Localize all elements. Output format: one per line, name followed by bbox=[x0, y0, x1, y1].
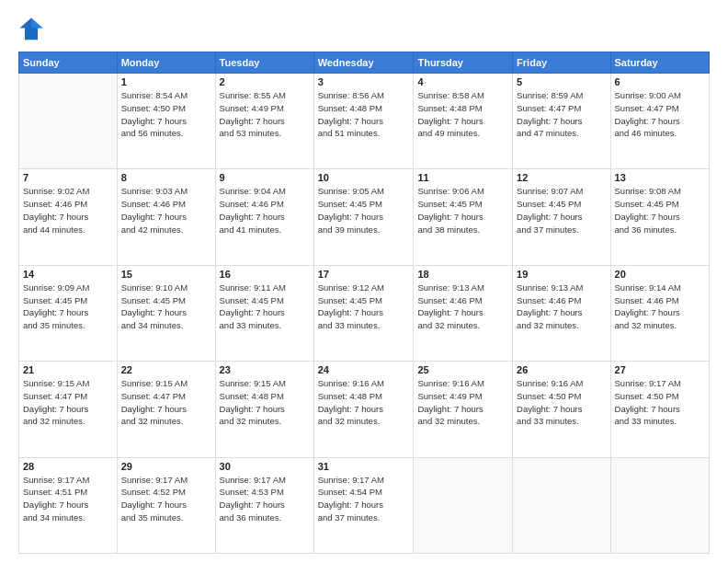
page: SundayMondayTuesdayWednesdayThursdayFrid… bbox=[0, 0, 728, 563]
day-detail: Sunrise: 8:55 AMSunset: 4:49 PMDaylight:… bbox=[220, 89, 310, 140]
day-number: 4 bbox=[417, 76, 508, 87]
day-detail: Sunrise: 9:13 AMSunset: 4:46 PMDaylight:… bbox=[417, 282, 508, 332]
calendar-cell bbox=[610, 457, 709, 553]
day-detail: Sunrise: 9:07 AMSunset: 4:45 PMDaylight:… bbox=[517, 185, 606, 236]
calendar-cell: 30Sunrise: 9:17 AMSunset: 4:53 PMDayligh… bbox=[215, 457, 313, 553]
day-number: 31 bbox=[318, 461, 410, 472]
weekday-header: Friday bbox=[513, 52, 610, 74]
day-number: 20 bbox=[615, 269, 705, 280]
day-detail: Sunrise: 9:13 AMSunset: 4:46 PMDaylight:… bbox=[517, 282, 606, 332]
calendar-cell: 28Sunrise: 9:17 AMSunset: 4:51 PMDayligh… bbox=[19, 457, 118, 553]
day-detail: Sunrise: 8:54 AMSunset: 4:50 PMDaylight:… bbox=[121, 89, 211, 140]
calendar-cell: 26Sunrise: 9:16 AMSunset: 4:50 PMDayligh… bbox=[513, 362, 610, 457]
day-number: 1 bbox=[121, 76, 211, 87]
calendar-cell: 24Sunrise: 9:16 AMSunset: 4:48 PMDayligh… bbox=[313, 362, 414, 457]
day-number: 15 bbox=[121, 269, 211, 280]
calendar-cell: 9Sunrise: 9:04 AMSunset: 4:46 PMDaylight… bbox=[215, 169, 313, 265]
calendar-cell: 29Sunrise: 9:17 AMSunset: 4:52 PMDayligh… bbox=[117, 457, 215, 553]
calendar-cell: 4Sunrise: 8:58 AMSunset: 4:48 PMDaylight… bbox=[414, 74, 513, 169]
day-number: 16 bbox=[220, 269, 310, 280]
day-detail: Sunrise: 9:06 AMSunset: 4:45 PMDaylight:… bbox=[417, 185, 508, 236]
calendar-cell: 5Sunrise: 8:59 AMSunset: 4:47 PMDaylight… bbox=[513, 74, 610, 169]
calendar-cell: 20Sunrise: 9:14 AMSunset: 4:46 PMDayligh… bbox=[610, 265, 709, 361]
calendar-cell: 14Sunrise: 9:09 AMSunset: 4:45 PMDayligh… bbox=[19, 265, 118, 361]
calendar-cell: 25Sunrise: 9:16 AMSunset: 4:49 PMDayligh… bbox=[414, 362, 513, 457]
day-detail: Sunrise: 9:17 AMSunset: 4:50 PMDaylight:… bbox=[615, 377, 705, 428]
day-detail: Sunrise: 9:16 AMSunset: 4:48 PMDaylight:… bbox=[318, 377, 410, 428]
weekday-header: Tuesday bbox=[215, 52, 313, 74]
day-detail: Sunrise: 9:12 AMSunset: 4:45 PMDaylight:… bbox=[318, 282, 410, 332]
calendar-cell: 11Sunrise: 9:06 AMSunset: 4:45 PMDayligh… bbox=[414, 169, 513, 265]
day-detail: Sunrise: 9:11 AMSunset: 4:45 PMDaylight:… bbox=[220, 282, 310, 332]
day-number: 7 bbox=[23, 172, 113, 183]
day-number: 29 bbox=[121, 461, 211, 472]
day-number: 9 bbox=[220, 172, 310, 183]
day-number: 25 bbox=[417, 364, 508, 375]
day-number: 28 bbox=[23, 461, 113, 472]
day-number: 30 bbox=[220, 461, 310, 472]
calendar-cell bbox=[414, 457, 513, 553]
calendar-cell: 6Sunrise: 9:00 AMSunset: 4:47 PMDaylight… bbox=[610, 74, 709, 169]
weekday-header: Wednesday bbox=[313, 52, 414, 74]
day-number: 5 bbox=[517, 76, 606, 87]
day-number: 19 bbox=[517, 269, 606, 280]
day-detail: Sunrise: 9:16 AMSunset: 4:49 PMDaylight:… bbox=[417, 377, 508, 428]
logo bbox=[18, 17, 48, 42]
day-number: 17 bbox=[318, 269, 410, 280]
day-detail: Sunrise: 9:17 AMSunset: 4:52 PMDaylight:… bbox=[121, 474, 211, 524]
day-detail: Sunrise: 9:16 AMSunset: 4:50 PMDaylight:… bbox=[517, 377, 606, 428]
day-detail: Sunrise: 9:00 AMSunset: 4:47 PMDaylight:… bbox=[615, 89, 705, 140]
day-number: 10 bbox=[318, 172, 410, 183]
calendar-cell: 27Sunrise: 9:17 AMSunset: 4:50 PMDayligh… bbox=[610, 362, 709, 457]
day-number: 18 bbox=[417, 269, 508, 280]
header bbox=[18, 17, 710, 42]
day-detail: Sunrise: 9:17 AMSunset: 4:51 PMDaylight:… bbox=[23, 474, 113, 524]
day-detail: Sunrise: 9:02 AMSunset: 4:46 PMDaylight:… bbox=[23, 185, 113, 236]
calendar-cell: 22Sunrise: 9:15 AMSunset: 4:47 PMDayligh… bbox=[117, 362, 215, 457]
day-number: 26 bbox=[517, 364, 606, 375]
day-detail: Sunrise: 9:14 AMSunset: 4:46 PMDaylight:… bbox=[615, 282, 705, 332]
day-detail: Sunrise: 9:15 AMSunset: 4:48 PMDaylight:… bbox=[220, 377, 310, 428]
day-number: 27 bbox=[615, 364, 705, 375]
day-number: 14 bbox=[23, 269, 113, 280]
calendar-cell: 12Sunrise: 9:07 AMSunset: 4:45 PMDayligh… bbox=[513, 169, 610, 265]
calendar-cell bbox=[19, 74, 118, 169]
calendar-cell: 15Sunrise: 9:10 AMSunset: 4:45 PMDayligh… bbox=[117, 265, 215, 361]
calendar-cell: 3Sunrise: 8:56 AMSunset: 4:48 PMDaylight… bbox=[313, 74, 414, 169]
day-detail: Sunrise: 8:56 AMSunset: 4:48 PMDaylight:… bbox=[318, 89, 410, 140]
calendar-cell: 23Sunrise: 9:15 AMSunset: 4:48 PMDayligh… bbox=[215, 362, 313, 457]
weekday-header: Sunday bbox=[19, 52, 118, 74]
day-detail: Sunrise: 9:08 AMSunset: 4:45 PMDaylight:… bbox=[615, 185, 705, 236]
calendar-cell: 18Sunrise: 9:13 AMSunset: 4:46 PMDayligh… bbox=[414, 265, 513, 361]
calendar-cell: 17Sunrise: 9:12 AMSunset: 4:45 PMDayligh… bbox=[313, 265, 414, 361]
calendar-cell: 13Sunrise: 9:08 AMSunset: 4:45 PMDayligh… bbox=[610, 169, 709, 265]
day-number: 3 bbox=[318, 76, 410, 87]
calendar-cell: 1Sunrise: 8:54 AMSunset: 4:50 PMDaylight… bbox=[117, 74, 215, 169]
calendar-table: SundayMondayTuesdayWednesdayThursdayFrid… bbox=[18, 52, 710, 554]
day-detail: Sunrise: 9:15 AMSunset: 4:47 PMDaylight:… bbox=[23, 377, 113, 428]
day-number: 2 bbox=[220, 76, 310, 87]
weekday-header: Saturday bbox=[610, 52, 709, 74]
day-detail: Sunrise: 9:17 AMSunset: 4:54 PMDaylight:… bbox=[318, 474, 410, 524]
day-number: 8 bbox=[121, 172, 211, 183]
day-number: 22 bbox=[121, 364, 211, 375]
weekday-header: Thursday bbox=[414, 52, 513, 74]
weekday-header: Monday bbox=[117, 52, 215, 74]
day-number: 12 bbox=[517, 172, 606, 183]
day-number: 21 bbox=[23, 364, 113, 375]
logo-icon bbox=[18, 17, 44, 42]
calendar-cell: 7Sunrise: 9:02 AMSunset: 4:46 PMDaylight… bbox=[19, 169, 118, 265]
day-detail: Sunrise: 9:09 AMSunset: 4:45 PMDaylight:… bbox=[23, 282, 113, 332]
calendar-cell: 19Sunrise: 9:13 AMSunset: 4:46 PMDayligh… bbox=[513, 265, 610, 361]
day-detail: Sunrise: 9:04 AMSunset: 4:46 PMDaylight:… bbox=[220, 185, 310, 236]
day-detail: Sunrise: 9:10 AMSunset: 4:45 PMDaylight:… bbox=[121, 282, 211, 332]
calendar-cell: 21Sunrise: 9:15 AMSunset: 4:47 PMDayligh… bbox=[19, 362, 118, 457]
day-number: 23 bbox=[220, 364, 310, 375]
day-detail: Sunrise: 9:15 AMSunset: 4:47 PMDaylight:… bbox=[121, 377, 211, 428]
calendar-cell: 8Sunrise: 9:03 AMSunset: 4:46 PMDaylight… bbox=[117, 169, 215, 265]
day-number: 6 bbox=[615, 76, 705, 87]
day-detail: Sunrise: 9:03 AMSunset: 4:46 PMDaylight:… bbox=[121, 185, 211, 236]
day-number: 24 bbox=[318, 364, 410, 375]
day-number: 13 bbox=[615, 172, 705, 183]
calendar-cell: 16Sunrise: 9:11 AMSunset: 4:45 PMDayligh… bbox=[215, 265, 313, 361]
